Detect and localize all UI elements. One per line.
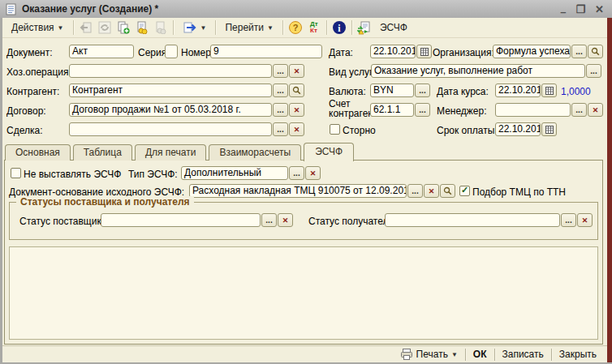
clear-icon[interactable]: ✕ <box>289 103 304 117</box>
contract-field[interactable]: Договор продажи №1 от 05.03.2018 г. ... … <box>69 103 304 117</box>
ok-button[interactable]: ОК <box>466 348 494 361</box>
ellipsis-button[interactable]: ... <box>586 64 601 78</box>
toolbar-divider <box>282 20 283 35</box>
storno-label: Сторно <box>343 125 376 136</box>
tab-vzaimoraschety[interactable]: Взаиморасчеты <box>209 144 301 161</box>
help-icon: ? <box>288 20 303 35</box>
tab-osnovnaya[interactable]: Основная <box>5 144 71 161</box>
tab-tablitsa[interactable]: Таблица <box>73 144 132 161</box>
due-date-field[interactable]: 22.10.2019 <box>495 122 557 136</box>
ellipsis-button[interactable]: ... <box>273 84 288 97</box>
account-field[interactable]: 62.1.1 ... <box>370 103 430 117</box>
no-eschf-checkbox[interactable] <box>11 168 21 178</box>
refresh-button[interactable] <box>96 19 114 36</box>
no-eschf-label: Не выставлять ЭСЧФ <box>24 169 121 180</box>
clear-icon[interactable]: ✕ <box>305 166 321 180</box>
series-field[interactable] <box>165 45 178 58</box>
deal-field[interactable]: ... ✕ <box>69 122 304 136</box>
clear-icon[interactable]: ✕ <box>278 213 293 227</box>
goto-button[interactable]: Перейти ▼ <box>219 19 278 36</box>
set-price-button[interactable] <box>133 19 151 36</box>
close-form-button[interactable]: Закрыть <box>552 348 604 361</box>
storno-checkbox[interactable] <box>330 124 340 135</box>
dtkt-button[interactable]: Дт Кт <box>305 19 323 36</box>
clear-icon[interactable]: ✕ <box>289 122 304 136</box>
tab-eschf[interactable]: ЭСЧФ <box>304 143 354 161</box>
receiver-status-label: Статус получателя: <box>308 216 396 227</box>
ellipsis-button[interactable]: ... <box>561 213 576 227</box>
ellipsis-button[interactable]: ... <box>415 103 430 117</box>
toolbar-divider <box>326 20 327 35</box>
chevron-down-icon: ▼ <box>58 24 64 32</box>
export-button[interactable]: ▼ <box>177 19 213 36</box>
maximize-button[interactable]: ❐ <box>575 4 585 15</box>
operation-field[interactable]: ... ✕ <box>69 64 304 78</box>
clear-icon[interactable]: ✕ <box>424 184 439 198</box>
eschf-toolbar-button[interactable]: ЭСЧФ <box>374 19 413 36</box>
close-button[interactable]: ✕ <box>595 4 604 15</box>
clear-prices-button[interactable] <box>152 19 170 36</box>
supplier-status-field[interactable]: ... ✕ <box>101 213 293 227</box>
toolbar-divider <box>351 20 352 35</box>
info-button[interactable]: i <box>330 19 348 36</box>
ellipsis-button[interactable]: ... <box>273 122 288 136</box>
counterparty-field[interactable]: Контрагент ... <box>69 84 304 97</box>
ellipsis-button[interactable]: ... <box>289 166 304 180</box>
document-field[interactable]: Акт <box>69 45 134 58</box>
tab-dlya-pechati[interactable]: Для печати <box>135 144 207 161</box>
clear-icon[interactable]: ✕ <box>588 103 603 117</box>
reread-icon <box>80 21 93 34</box>
clear-icon[interactable]: ✕ <box>577 213 593 227</box>
minimize-button[interactable]: – <box>560 6 566 17</box>
ellipsis-button[interactable]: ... <box>273 64 288 78</box>
eschf-tab-panel: Не выставлять ЭСЧФ Тип ЭСЧФ: Дополнитель… <box>4 160 603 345</box>
ttn-label: Подбор ТМЦ по ТТН <box>472 186 566 198</box>
search-icon[interactable] <box>588 45 603 58</box>
footer-bar: Печать ▼ ОК Записать Закрыть <box>2 345 607 362</box>
manager-field[interactable]: ... ✕ <box>495 103 603 117</box>
chevron-down-icon: ▼ <box>200 24 207 32</box>
ellipsis-button[interactable]: ... <box>407 184 423 198</box>
ellipsis-button[interactable]: ... <box>571 103 587 117</box>
ellipsis-button[interactable]: ... <box>571 45 587 58</box>
ellipsis-button[interactable]: ... <box>261 213 277 227</box>
eschf-exchange-button[interactable] <box>356 19 373 36</box>
printer-icon <box>400 349 413 360</box>
calendar-icon[interactable] <box>541 122 557 136</box>
currency-label: Валюта: <box>329 86 366 97</box>
organization-field[interactable]: Формула успеха ... <box>493 45 603 58</box>
app-window: Оказание услуг (Создание) * – ❐ ✕ Действ… <box>0 0 612 364</box>
help-button[interactable]: ? <box>287 19 304 36</box>
service-type-field[interactable]: Оказание услуг, выполнение работ ... <box>371 64 601 78</box>
reread-button[interactable] <box>77 19 95 36</box>
eschf-type-field[interactable]: Дополнительный ... ✕ <box>181 166 321 180</box>
window-edge-accent <box>607 18 612 362</box>
receiver-status-field[interactable]: ... ✕ <box>385 213 593 227</box>
toolbar-divider <box>215 20 216 35</box>
title-bar: Оказание услуг (Создание) * – ❐ ✕ <box>0 0 612 18</box>
contract-label: Договор: <box>6 105 46 117</box>
eschf-type-label: Тип ЭСЧФ: <box>128 169 178 180</box>
print-button[interactable]: Печать ▼ <box>393 348 465 361</box>
copy-button[interactable] <box>114 19 132 36</box>
ellipsis-button[interactable]: ... <box>273 103 288 117</box>
clear-icon[interactable]: ✕ <box>289 64 304 78</box>
document-label: Документ: <box>6 47 53 58</box>
tab-strip: Основная Таблица Для печати Взаиморасчет… <box>5 143 354 161</box>
document-coins-icon <box>136 21 149 34</box>
save-button[interactable]: Записать <box>495 348 551 361</box>
toolbar-divider <box>73 20 74 35</box>
currency-field[interactable]: BYN ... <box>370 84 430 97</box>
ttn-checkbox[interactable] <box>459 186 470 196</box>
calendar-icon[interactable] <box>541 84 557 97</box>
actions-button[interactable]: Действия ▼ <box>6 19 70 36</box>
calendar-icon[interactable] <box>416 45 432 58</box>
base-document-field[interactable]: Расходная накладная ТМЦ 910075 от 12.09.… <box>189 184 455 198</box>
search-icon[interactable] <box>440 184 455 198</box>
ellipsis-button[interactable]: ... <box>415 84 430 97</box>
search-icon[interactable] <box>289 84 304 97</box>
number-field[interactable]: 9 <box>210 45 322 58</box>
rate-date-field[interactable]: 22.10.2019 <box>495 84 557 97</box>
document-icon <box>5 3 17 15</box>
date-field[interactable]: 22.10.2019 <box>370 45 432 58</box>
